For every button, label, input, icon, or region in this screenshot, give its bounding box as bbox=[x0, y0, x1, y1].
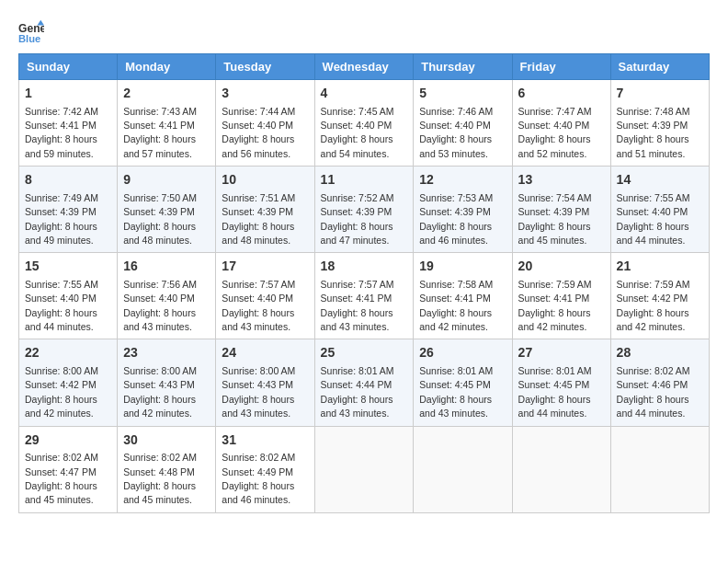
sunset-info: Sunset: 4:41 PM bbox=[25, 120, 97, 131]
day-number: 29 bbox=[25, 431, 111, 450]
day-number: 16 bbox=[123, 258, 210, 276]
daylight-info: Daylight: 8 hours and 44 minutes. bbox=[518, 394, 591, 419]
daylight-info: Daylight: 8 hours and 45 minutes. bbox=[25, 480, 97, 505]
sunrise-info: Sunrise: 7:42 AM bbox=[25, 106, 98, 117]
day-number: 8 bbox=[25, 171, 111, 190]
day-number: 24 bbox=[222, 344, 308, 362]
sunrise-info: Sunrise: 7:47 AM bbox=[518, 106, 592, 117]
daylight-info: Daylight: 8 hours and 42 minutes. bbox=[617, 307, 689, 332]
calendar-cell: 2 Sunrise: 7:43 AM Sunset: 4:41 PM Dayli… bbox=[118, 80, 216, 167]
calendar-cell: 11 Sunrise: 7:52 AM Sunset: 4:39 PM Dayl… bbox=[314, 167, 414, 253]
calendar-cell: 19 Sunrise: 7:58 AM Sunset: 4:41 PM Dayl… bbox=[414, 253, 512, 339]
calendar-cell: 15 Sunrise: 7:55 AM Sunset: 4:40 PM Dayl… bbox=[19, 253, 118, 339]
weekday-header-thursday: Thursday bbox=[414, 54, 512, 80]
day-number: 1 bbox=[25, 85, 111, 103]
sunrise-info: Sunrise: 7:44 AM bbox=[222, 106, 295, 117]
sunrise-info: Sunrise: 7:45 AM bbox=[321, 106, 394, 117]
day-number: 26 bbox=[419, 344, 506, 362]
day-number: 17 bbox=[222, 258, 308, 276]
calendar-cell: 28 Sunrise: 8:02 AM Sunset: 4:46 PM Dayl… bbox=[610, 339, 709, 426]
sunset-info: Sunset: 4:44 PM bbox=[321, 379, 392, 390]
calendar-cell: 17 Sunrise: 7:57 AM Sunset: 4:40 PM Dayl… bbox=[216, 253, 314, 339]
day-number: 15 bbox=[25, 258, 111, 276]
day-number: 12 bbox=[419, 171, 506, 190]
sunset-info: Sunset: 4:43 PM bbox=[123, 379, 195, 390]
calendar-cell: 24 Sunrise: 8:00 AM Sunset: 4:43 PM Dayl… bbox=[216, 339, 314, 426]
sunrise-info: Sunrise: 7:58 AM bbox=[419, 279, 493, 290]
day-number: 6 bbox=[518, 85, 605, 103]
sunrise-info: Sunrise: 7:46 AM bbox=[419, 106, 493, 117]
sunset-info: Sunset: 4:43 PM bbox=[222, 379, 293, 390]
calendar-cell bbox=[610, 426, 709, 512]
sunrise-info: Sunrise: 8:02 AM bbox=[25, 452, 98, 463]
daylight-info: Daylight: 8 hours and 43 minutes. bbox=[419, 394, 492, 419]
sunset-info: Sunset: 4:47 PM bbox=[25, 466, 97, 477]
daylight-info: Daylight: 8 hours and 48 minutes. bbox=[222, 221, 294, 246]
sunset-info: Sunset: 4:40 PM bbox=[419, 120, 491, 131]
sunset-info: Sunset: 4:41 PM bbox=[518, 293, 590, 304]
sunset-info: Sunset: 4:42 PM bbox=[25, 379, 97, 390]
sunset-info: Sunset: 4:39 PM bbox=[518, 206, 590, 217]
sunrise-info: Sunrise: 8:02 AM bbox=[222, 452, 295, 463]
calendar-cell: 7 Sunrise: 7:48 AM Sunset: 4:39 PM Dayli… bbox=[610, 80, 709, 167]
daylight-info: Daylight: 8 hours and 43 minutes. bbox=[321, 394, 393, 419]
day-number: 25 bbox=[321, 344, 408, 362]
sunrise-info: Sunrise: 7:54 AM bbox=[518, 192, 592, 203]
calendar-table: SundayMondayTuesdayWednesdayThursdayFrid… bbox=[18, 53, 710, 513]
sunrise-info: Sunrise: 7:53 AM bbox=[419, 192, 493, 203]
calendar-cell: 9 Sunrise: 7:50 AM Sunset: 4:39 PM Dayli… bbox=[118, 167, 216, 253]
day-number: 27 bbox=[518, 344, 605, 362]
sunrise-info: Sunrise: 7:49 AM bbox=[25, 192, 98, 203]
sunset-info: Sunset: 4:42 PM bbox=[617, 293, 688, 304]
day-number: 21 bbox=[617, 258, 703, 276]
sunset-info: Sunset: 4:40 PM bbox=[222, 120, 293, 131]
weekday-header-tuesday: Tuesday bbox=[216, 54, 314, 80]
calendar-cell bbox=[414, 426, 512, 512]
sunrise-info: Sunrise: 7:57 AM bbox=[321, 279, 394, 290]
daylight-info: Daylight: 8 hours and 43 minutes. bbox=[123, 307, 196, 332]
sunset-info: Sunset: 4:40 PM bbox=[617, 206, 688, 217]
sunset-info: Sunset: 4:39 PM bbox=[25, 206, 97, 217]
calendar-cell: 16 Sunrise: 7:56 AM Sunset: 4:40 PM Dayl… bbox=[118, 253, 216, 339]
calendar-cell: 18 Sunrise: 7:57 AM Sunset: 4:41 PM Dayl… bbox=[314, 253, 414, 339]
sunset-info: Sunset: 4:41 PM bbox=[123, 120, 195, 131]
sunset-info: Sunset: 4:46 PM bbox=[617, 379, 688, 390]
calendar-cell: 12 Sunrise: 7:53 AM Sunset: 4:39 PM Dayl… bbox=[414, 167, 512, 253]
daylight-info: Daylight: 8 hours and 47 minutes. bbox=[321, 221, 393, 246]
day-number: 30 bbox=[123, 431, 210, 450]
daylight-info: Daylight: 8 hours and 48 minutes. bbox=[123, 221, 196, 246]
sunset-info: Sunset: 4:40 PM bbox=[123, 293, 195, 304]
day-number: 28 bbox=[617, 344, 703, 362]
calendar-cell: 25 Sunrise: 8:01 AM Sunset: 4:44 PM Dayl… bbox=[314, 339, 414, 426]
sunset-info: Sunset: 4:39 PM bbox=[617, 120, 688, 131]
sunrise-info: Sunrise: 8:01 AM bbox=[518, 365, 592, 376]
sunset-info: Sunset: 4:40 PM bbox=[518, 120, 590, 131]
day-number: 18 bbox=[321, 258, 408, 276]
logo: General Blue bbox=[18, 18, 48, 44]
daylight-info: Daylight: 8 hours and 42 minutes. bbox=[518, 307, 591, 332]
day-number: 19 bbox=[419, 258, 506, 276]
calendar-cell bbox=[314, 426, 414, 512]
sunset-info: Sunset: 4:48 PM bbox=[123, 466, 195, 477]
day-number: 7 bbox=[617, 85, 703, 103]
daylight-info: Daylight: 8 hours and 42 minutes. bbox=[419, 307, 492, 332]
calendar-cell: 31 Sunrise: 8:02 AM Sunset: 4:49 PM Dayl… bbox=[216, 426, 314, 512]
day-number: 14 bbox=[617, 171, 703, 190]
sunset-info: Sunset: 4:49 PM bbox=[222, 466, 293, 477]
calendar-cell: 8 Sunrise: 7:49 AM Sunset: 4:39 PM Dayli… bbox=[19, 167, 118, 253]
day-number: 22 bbox=[25, 344, 111, 362]
sunrise-info: Sunrise: 7:52 AM bbox=[321, 192, 394, 203]
sunset-info: Sunset: 4:40 PM bbox=[222, 293, 293, 304]
sunset-info: Sunset: 4:45 PM bbox=[518, 379, 590, 390]
sunset-info: Sunset: 4:40 PM bbox=[321, 120, 392, 131]
calendar-cell: 27 Sunrise: 8:01 AM Sunset: 4:45 PM Dayl… bbox=[512, 339, 610, 426]
weekday-header-wednesday: Wednesday bbox=[314, 54, 414, 80]
sunrise-info: Sunrise: 8:01 AM bbox=[419, 365, 493, 376]
sunset-info: Sunset: 4:39 PM bbox=[419, 206, 491, 217]
day-number: 13 bbox=[518, 171, 605, 190]
weekday-header-saturday: Saturday bbox=[610, 54, 709, 80]
day-number: 11 bbox=[321, 171, 408, 190]
sunrise-info: Sunrise: 7:56 AM bbox=[123, 279, 197, 290]
sunrise-info: Sunrise: 7:59 AM bbox=[518, 279, 592, 290]
sunset-info: Sunset: 4:40 PM bbox=[25, 293, 97, 304]
